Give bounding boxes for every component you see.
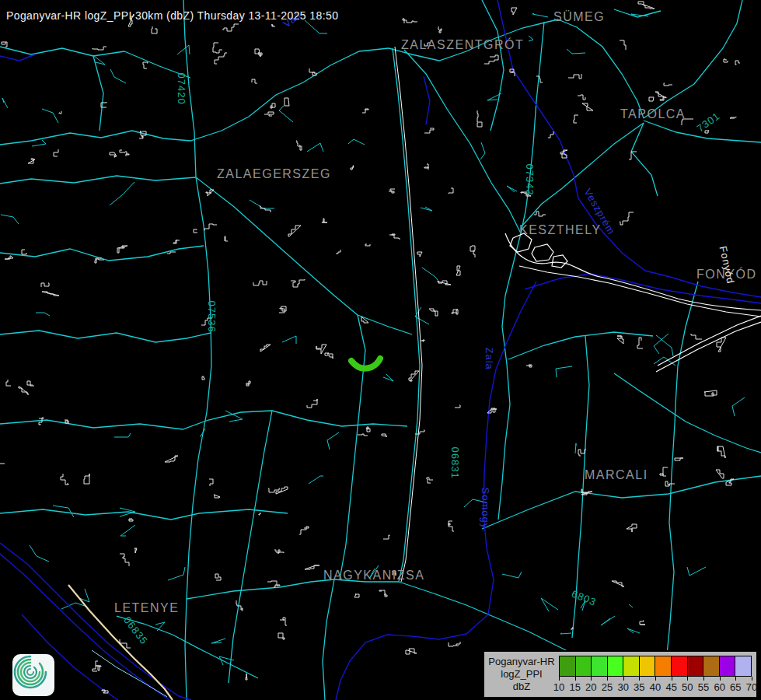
legend-tick-label: 15 xyxy=(569,681,580,693)
legend-tick-label: 45 xyxy=(665,681,676,693)
road-number-label: 07536 xyxy=(207,301,217,333)
city-label: LETENYE xyxy=(114,602,179,614)
road-number-label: 07420 xyxy=(176,73,187,105)
legend-tick-label: 55 xyxy=(698,681,709,693)
county-label: Zala xyxy=(484,348,494,370)
legend-color-cell xyxy=(672,656,688,676)
legend-color-cell xyxy=(640,656,656,676)
legend-tick-labels: 10152025303540455055606570 xyxy=(559,681,752,692)
legend-color-cell xyxy=(720,656,736,676)
legend-color-cell xyxy=(688,656,704,676)
city-label: ZALASZENTGRÓT xyxy=(401,39,524,51)
county-label: Somogy xyxy=(480,488,490,530)
met-logo xyxy=(12,654,54,696)
legend-tick-label: 30 xyxy=(617,681,628,693)
legend-colorbar xyxy=(559,656,752,677)
legend-tick-label: 50 xyxy=(682,681,693,693)
legend: Poganyvar-HR logZ_PPI dbZ 10152025303540… xyxy=(483,650,758,698)
legend-color-cell xyxy=(592,656,608,676)
city-label: TAPOLCA xyxy=(620,108,686,121)
legend-tick-label: 25 xyxy=(602,681,613,693)
legend-tick-label: 20 xyxy=(585,681,596,693)
legend-tick-label: 40 xyxy=(650,681,661,693)
legend-tick-label: 60 xyxy=(714,681,724,693)
road-network xyxy=(0,0,761,700)
legend-tick-label: 10 xyxy=(553,681,564,693)
radar-echo xyxy=(351,359,380,369)
legend-tick-label: 35 xyxy=(634,681,644,693)
legend-unit-label: dbZ xyxy=(513,681,530,693)
legend-tick-label: 65 xyxy=(730,681,741,693)
city-label: ZALAEGERSZEG xyxy=(217,168,331,180)
legend-color-cell xyxy=(608,656,624,676)
legend-color-cell xyxy=(735,656,751,676)
legend-color-cell xyxy=(623,656,640,676)
county-border-lines xyxy=(0,0,761,700)
legend-color-cell xyxy=(576,656,592,676)
legend-text: Poganyvar-HR logZ_PPI dbZ xyxy=(484,652,559,697)
city-label: MARCALI xyxy=(585,469,648,481)
legend-scale: 10152025303540455055606570 xyxy=(559,656,752,697)
radar-screen: SÜMEGZALASZENTGRÓTTAPOLCAZALAEGERSZEGKES… xyxy=(0,0,761,700)
radar-title: Poganyvar-HR logZ_PPI 30km (dbZ) Thursda… xyxy=(6,9,338,22)
legend-site-label: Poganyvar-HR xyxy=(488,656,554,668)
legend-product-label: logZ_PPI xyxy=(501,668,542,681)
road-number-label: 06831 xyxy=(450,447,460,479)
legend-color-cell xyxy=(560,656,576,676)
radar-map xyxy=(0,0,761,700)
city-label: KESZTHELY xyxy=(519,224,602,236)
city-label: SÜMEG xyxy=(553,11,605,23)
legend-color-cell xyxy=(655,656,672,676)
city-label: NAGYKANIZSA xyxy=(323,569,424,582)
spiral-icon xyxy=(12,654,48,690)
road-number-label: 07343 xyxy=(525,164,535,196)
legend-tick xyxy=(752,677,752,681)
legend-tick-label: 70 xyxy=(746,681,757,693)
legend-color-cell xyxy=(703,656,720,676)
settlement-outlines xyxy=(0,2,740,693)
